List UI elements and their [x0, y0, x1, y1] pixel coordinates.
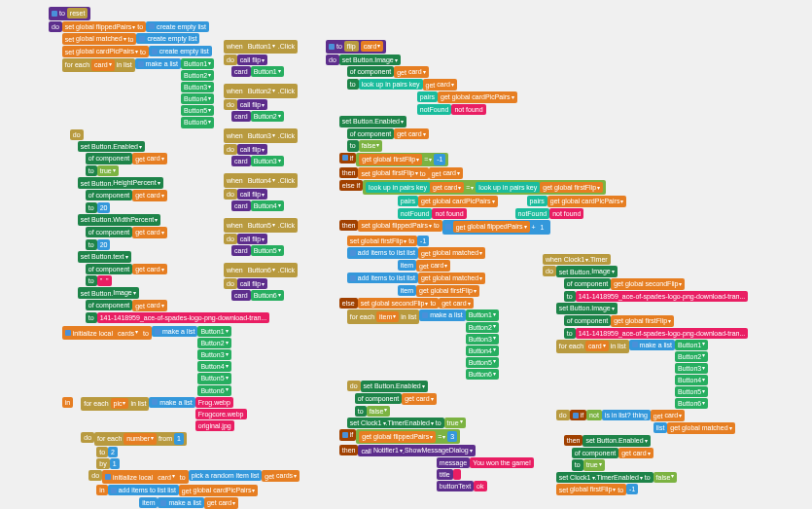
- empty-list[interactable]: create empty list: [136, 33, 199, 44]
- foreach-pic[interactable]: for each pic in list: [81, 397, 149, 411]
- button-item[interactable]: Button1: [466, 309, 499, 320]
- button-item[interactable]: Button6: [466, 369, 499, 380]
- call-flip[interactable]: call flip: [237, 189, 267, 200]
- pic-file[interactable]: original.jpg: [195, 420, 234, 431]
- foreach-card[interactable]: for each card in list: [62, 58, 135, 72]
- if-block[interactable]: if: [339, 153, 357, 164]
- set-image[interactable]: set Button.Image: [339, 55, 401, 66]
- button-item[interactable]: Button6: [197, 385, 230, 396]
- add-items[interactable]: add items to list list: [347, 273, 418, 283]
- true-block[interactable]: true: [97, 165, 119, 176]
- button-item[interactable]: Button5: [197, 373, 230, 383]
- get-card[interactable]: get card: [429, 167, 463, 179]
- set-enabled[interactable]: set Button.Enabled: [583, 435, 650, 447]
- foreach-card[interactable]: for each card in list: [556, 340, 629, 353]
- button-item[interactable]: Button3: [181, 82, 214, 92]
- set-flipped[interactable]: set global flippedPairs to: [358, 220, 441, 232]
- button-ref[interactable]: Button6: [251, 290, 284, 301]
- num-20[interactable]: 20: [97, 202, 111, 213]
- get-cards[interactable]: get cards: [262, 470, 300, 482]
- in-list-block[interactable]: is in list? thing: [602, 410, 651, 420]
- get-card[interactable]: get card: [394, 128, 428, 140]
- make-list-block[interactable]: make a list: [419, 309, 465, 320]
- lookup-block[interactable]: look up in pairs key: [359, 79, 423, 90]
- button-item[interactable]: Button3: [466, 334, 499, 345]
- button-item[interactable]: Button1: [181, 58, 214, 69]
- set-text[interactable]: set Button.text: [78, 251, 131, 263]
- button-item[interactable]: Button6: [181, 117, 214, 127]
- foreach-item[interactable]: for each item in list: [347, 309, 419, 323]
- pic-file[interactable]: Frog.webp: [195, 397, 233, 408]
- button-ref[interactable]: Button1: [251, 66, 284, 77]
- empty-string[interactable]: " ": [97, 275, 112, 286]
- get-card[interactable]: get card: [132, 264, 166, 275]
- get-cardpic[interactable]: get global cardPicPairs: [179, 485, 259, 496]
- button-ref[interactable]: Button4: [251, 200, 284, 211]
- call-flip[interactable]: call flip: [237, 99, 267, 111]
- false-block[interactable]: false: [359, 140, 383, 151]
- button-item[interactable]: Button2: [197, 338, 230, 348]
- when-clock[interactable]: when Clock1.Timer: [543, 254, 611, 266]
- pick-random[interactable]: pick a random item list: [189, 470, 263, 481]
- call-flip[interactable]: call flip: [237, 144, 267, 156]
- button-item[interactable]: Button1: [675, 340, 708, 350]
- get-card[interactable]: get card: [132, 227, 166, 238]
- button-item[interactable]: Button4: [466, 345, 499, 356]
- when-button1[interactable]: when Button1.Click: [224, 40, 298, 54]
- plus-block[interactable]: get global flippedPairs + 1: [442, 220, 550, 235]
- button-item[interactable]: Button1: [197, 326, 230, 337]
- button-item[interactable]: Button2: [466, 322, 499, 333]
- set-firstflip[interactable]: set global firstFlip to: [347, 236, 417, 247]
- when-button6[interactable]: when Button6.Click: [224, 263, 298, 276]
- pic-file[interactable]: Frogcore.webp: [195, 409, 247, 419]
- foreach-num[interactable]: for each number from 1: [94, 432, 187, 446]
- button-item[interactable]: Button2: [181, 70, 214, 81]
- when-button5[interactable]: when Button5.Click: [224, 218, 298, 232]
- set-cardpic[interactable]: set global cardPicPairs to: [62, 46, 149, 57]
- button-item[interactable]: Button3: [197, 349, 230, 360]
- proc-flip[interactable]: to flip card: [326, 40, 386, 54]
- not-block[interactable]: not: [586, 410, 602, 420]
- set-clock-off[interactable]: set Clock1.TimerEnabled to: [556, 472, 653, 484]
- button-item[interactable]: Button5: [466, 357, 499, 368]
- get-card[interactable]: get card: [132, 300, 166, 311]
- eq-block[interactable]: get global firstFlip = -1: [356, 153, 448, 167]
- set-firstflip-neg1[interactable]: set global firstFlip to: [556, 484, 626, 495]
- set-secondflip[interactable]: set global secondFlip to: [358, 298, 440, 309]
- make-list-block[interactable]: make a list: [629, 340, 675, 350]
- when-button4[interactable]: when Button4.Click: [224, 173, 298, 187]
- button-item[interactable]: Button5: [675, 386, 708, 397]
- button-item[interactable]: Button4: [675, 375, 708, 385]
- not-found-str[interactable]: not found: [451, 104, 485, 115]
- set-enabled[interactable]: set Button.Enabled: [361, 381, 428, 392]
- set-height[interactable]: set Button.HeightPercent: [78, 177, 163, 189]
- button-ref[interactable]: Button3: [251, 156, 284, 166]
- num-20[interactable]: 20: [97, 239, 111, 250]
- button-ref[interactable]: Button2: [251, 111, 284, 122]
- get-cardpic[interactable]: get global cardPicPairs: [438, 91, 517, 103]
- eq-block[interactable]: look up in pairs keyget card = look up i…: [363, 180, 606, 195]
- button-ref[interactable]: Button5: [251, 245, 284, 256]
- set-flipped[interactable]: set global flippedPairs to: [62, 21, 146, 33]
- proc-header[interactable]: to reset: [49, 7, 90, 20]
- set-matched[interactable]: set global matched to: [62, 33, 137, 45]
- set-width[interactable]: set Button.WidthPercent: [78, 214, 161, 226]
- make-list-block[interactable]: make a list: [158, 497, 203, 508]
- make-list-block[interactable]: make a list: [135, 58, 181, 69]
- eq-block[interactable]: get global flippedPairs = 3: [356, 429, 460, 444]
- button-item[interactable]: Button5: [181, 105, 214, 116]
- button-item[interactable]: Button4: [197, 361, 230, 372]
- button-item[interactable]: Button6: [675, 398, 708, 409]
- won-msg[interactable]: You won the game!: [470, 457, 534, 468]
- set-image[interactable]: set Button.Image: [78, 287, 139, 299]
- make-list-block[interactable]: make a list: [152, 326, 197, 337]
- set-enabled[interactable]: set Button.Enabled: [339, 116, 406, 127]
- add-items[interactable]: add items to list list: [347, 247, 418, 258]
- get-card[interactable]: get card: [423, 79, 457, 91]
- img-file[interactable]: 141-1418959_ace-of-spades-logo-png-downl…: [97, 312, 270, 323]
- call-notifier[interactable]: call Notifier1.ShowMessageDialog: [358, 445, 475, 456]
- empty-list[interactable]: create empty list: [149, 46, 212, 56]
- set-image[interactable]: set Button.Image: [556, 303, 618, 314]
- set-image[interactable]: set Button.Image: [556, 266, 618, 277]
- init-local-card[interactable]: initialize local card to: [102, 470, 189, 484]
